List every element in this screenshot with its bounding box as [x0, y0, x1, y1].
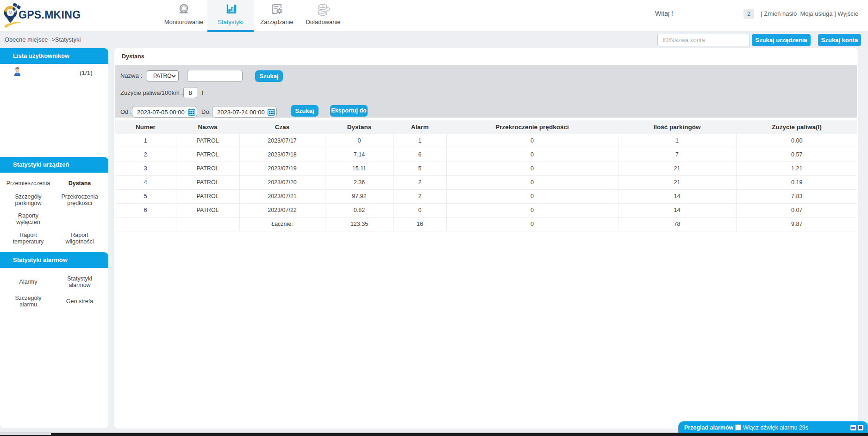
svg-text:M: M	[8, 10, 12, 15]
svg-text:$: $	[322, 4, 324, 8]
svg-text:GPS.MKING: GPS.MKING	[19, 9, 81, 21]
